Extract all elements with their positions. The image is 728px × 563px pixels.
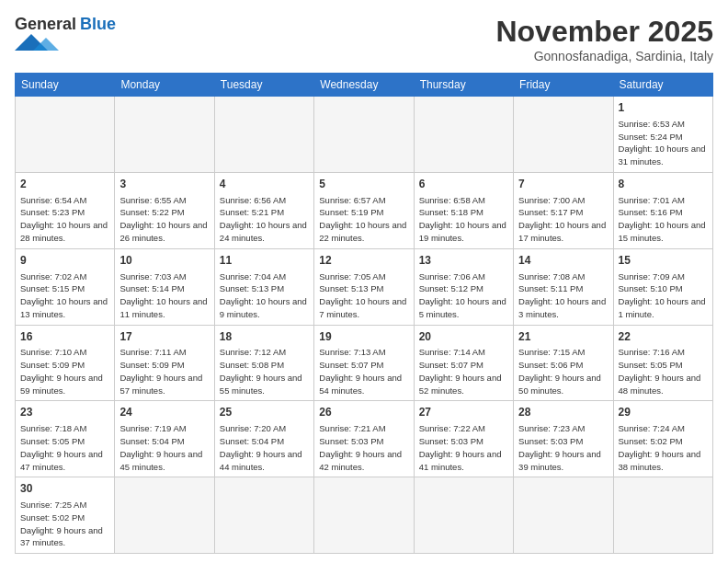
day-info: Sunrise: 7:14 AM Sunset: 5:07 PM Dayligh…: [419, 346, 508, 396]
calendar-cell: 18Sunrise: 7:12 AM Sunset: 5:08 PM Dayli…: [214, 325, 313, 401]
day-info: Sunrise: 7:01 AM Sunset: 5:16 PM Dayligh…: [619, 194, 708, 245]
calendar-cell: 25Sunrise: 7:20 AM Sunset: 5:04 PM Dayli…: [214, 401, 313, 477]
weekday-header-thursday: Thursday: [414, 74, 513, 97]
calendar-week-row: 1Sunrise: 6:53 AM Sunset: 5:24 PM Daylig…: [16, 97, 713, 173]
calendar-cell: 14Sunrise: 7:08 AM Sunset: 5:11 PM Dayli…: [514, 248, 613, 325]
day-number: 27: [419, 405, 508, 420]
day-number: 4: [220, 177, 309, 192]
day-number: 17: [119, 329, 209, 345]
calendar-cell: 20Sunrise: 7:14 AM Sunset: 5:07 PM Dayli…: [414, 325, 513, 401]
day-info: Sunrise: 7:03 AM Sunset: 5:14 PM Dayligh…: [119, 270, 209, 321]
calendar-cell: 28Sunrise: 7:23 AM Sunset: 5:03 PM Dayli…: [514, 401, 613, 477]
day-info: Sunrise: 6:58 AM Sunset: 5:18 PM Dayligh…: [419, 194, 508, 245]
calendar-cell: [314, 97, 414, 173]
calendar-week-row: 9Sunrise: 7:02 AM Sunset: 5:15 PM Daylig…: [16, 248, 713, 325]
weekday-header-saturday: Saturday: [613, 74, 712, 97]
day-number: 30: [20, 481, 109, 497]
day-number: 20: [419, 329, 508, 345]
day-number: 23: [20, 405, 109, 420]
calendar-cell: 21Sunrise: 7:15 AM Sunset: 5:06 PM Dayli…: [514, 325, 613, 401]
day-number: 11: [220, 253, 309, 269]
calendar-cell: 7Sunrise: 7:00 AM Sunset: 5:17 PM Daylig…: [514, 172, 613, 248]
day-number: 15: [619, 253, 708, 269]
logo-general-text: General: [15, 15, 76, 34]
day-number: 7: [518, 177, 608, 192]
day-number: 19: [319, 329, 408, 345]
calendar-cell: [214, 477, 313, 554]
day-number: 18: [220, 329, 309, 345]
calendar-cell: 3Sunrise: 6:55 AM Sunset: 5:22 PM Daylig…: [115, 172, 214, 248]
day-info: Sunrise: 7:21 AM Sunset: 5:03 PM Dayligh…: [319, 422, 408, 473]
calendar-cell: [613, 477, 712, 554]
day-info: Sunrise: 7:24 AM Sunset: 5:02 PM Dayligh…: [619, 422, 708, 473]
calendar-cell: 26Sunrise: 7:21 AM Sunset: 5:03 PM Dayli…: [314, 401, 414, 477]
day-info: Sunrise: 6:55 AM Sunset: 5:22 PM Dayligh…: [119, 194, 209, 245]
logo-icon: [15, 34, 61, 51]
day-number: 8: [619, 177, 708, 192]
day-info: Sunrise: 7:05 AM Sunset: 5:13 PM Dayligh…: [319, 270, 408, 321]
calendar-cell: [16, 97, 115, 173]
calendar-cell: 4Sunrise: 6:56 AM Sunset: 5:21 PM Daylig…: [214, 172, 313, 248]
day-info: Sunrise: 7:18 AM Sunset: 5:05 PM Dayligh…: [20, 422, 109, 473]
weekday-header-friday: Friday: [514, 74, 613, 97]
weekday-header-wednesday: Wednesday: [314, 74, 414, 97]
weekday-header-tuesday: Tuesday: [214, 74, 313, 97]
weekday-header-sunday: Sunday: [16, 74, 115, 97]
day-info: Sunrise: 7:12 AM Sunset: 5:08 PM Dayligh…: [220, 346, 309, 396]
day-info: Sunrise: 6:53 AM Sunset: 5:24 PM Dayligh…: [619, 118, 708, 168]
calendar-cell: 10Sunrise: 7:03 AM Sunset: 5:14 PM Dayli…: [115, 248, 214, 325]
calendar-cell: 11Sunrise: 7:04 AM Sunset: 5:13 PM Dayli…: [214, 248, 313, 325]
calendar-cell: 8Sunrise: 7:01 AM Sunset: 5:16 PM Daylig…: [613, 172, 712, 248]
day-number: 22: [619, 329, 708, 345]
calendar-cell: [314, 477, 414, 554]
calendar-cell: 15Sunrise: 7:09 AM Sunset: 5:10 PM Dayli…: [613, 248, 712, 325]
calendar-cell: [214, 97, 313, 173]
day-info: Sunrise: 7:08 AM Sunset: 5:11 PM Dayligh…: [518, 270, 608, 321]
calendar-week-row: 23Sunrise: 7:18 AM Sunset: 5:05 PM Dayli…: [16, 401, 713, 477]
calendar-week-row: 16Sunrise: 7:10 AM Sunset: 5:09 PM Dayli…: [16, 325, 713, 401]
weekday-header-monday: Monday: [115, 74, 214, 97]
day-number: 1: [619, 100, 708, 116]
calendar-cell: 1Sunrise: 6:53 AM Sunset: 5:24 PM Daylig…: [613, 97, 712, 173]
day-number: 14: [518, 253, 608, 269]
day-info: Sunrise: 6:54 AM Sunset: 5:23 PM Dayligh…: [20, 194, 109, 245]
calendar-cell: 24Sunrise: 7:19 AM Sunset: 5:04 PM Dayli…: [115, 401, 214, 477]
day-number: 3: [119, 177, 209, 192]
day-info: Sunrise: 7:13 AM Sunset: 5:07 PM Dayligh…: [319, 346, 408, 396]
day-number: 25: [220, 405, 309, 420]
calendar-cell: [514, 97, 613, 173]
day-number: 13: [419, 253, 508, 269]
month-title: November 2025: [495, 15, 713, 49]
calendar-cell: [514, 477, 613, 554]
day-number: 21: [518, 329, 608, 345]
calendar-cell: 6Sunrise: 6:58 AM Sunset: 5:18 PM Daylig…: [414, 172, 513, 248]
day-info: Sunrise: 7:15 AM Sunset: 5:06 PM Dayligh…: [518, 346, 608, 396]
day-number: 10: [119, 253, 209, 269]
day-number: 9: [20, 253, 109, 269]
calendar-cell: 9Sunrise: 7:02 AM Sunset: 5:15 PM Daylig…: [16, 248, 115, 325]
calendar-week-row: 2Sunrise: 6:54 AM Sunset: 5:23 PM Daylig…: [16, 172, 713, 248]
calendar-cell: 29Sunrise: 7:24 AM Sunset: 5:02 PM Dayli…: [613, 401, 712, 477]
calendar-cell: 30Sunrise: 7:25 AM Sunset: 5:02 PM Dayli…: [16, 477, 115, 554]
day-number: 6: [419, 177, 508, 192]
day-info: Sunrise: 7:02 AM Sunset: 5:15 PM Dayligh…: [20, 270, 109, 321]
calendar-table: SundayMondayTuesdayWednesdayThursdayFrid…: [15, 73, 713, 554]
day-info: Sunrise: 7:25 AM Sunset: 5:02 PM Dayligh…: [20, 499, 109, 549]
day-number: 2: [20, 177, 109, 192]
calendar-cell: 5Sunrise: 6:57 AM Sunset: 5:19 PM Daylig…: [314, 172, 414, 248]
day-info: Sunrise: 6:56 AM Sunset: 5:21 PM Dayligh…: [220, 194, 309, 245]
calendar-cell: [414, 477, 513, 554]
logo-blue-text: Blue: [80, 15, 116, 34]
calendar-cell: 17Sunrise: 7:11 AM Sunset: 5:09 PM Dayli…: [115, 325, 214, 401]
day-number: 5: [319, 177, 408, 192]
day-info: Sunrise: 7:19 AM Sunset: 5:04 PM Dayligh…: [119, 422, 209, 473]
day-info: Sunrise: 7:06 AM Sunset: 5:12 PM Dayligh…: [419, 270, 508, 321]
day-info: Sunrise: 7:20 AM Sunset: 5:04 PM Dayligh…: [220, 422, 309, 473]
day-info: Sunrise: 7:09 AM Sunset: 5:10 PM Dayligh…: [619, 270, 708, 321]
day-info: Sunrise: 6:57 AM Sunset: 5:19 PM Dayligh…: [319, 194, 408, 245]
day-info: Sunrise: 7:00 AM Sunset: 5:17 PM Dayligh…: [518, 194, 608, 245]
day-number: 26: [319, 405, 408, 420]
day-info: Sunrise: 7:10 AM Sunset: 5:09 PM Dayligh…: [20, 346, 109, 396]
page-header: General Blue November 2025 Gonnosfanadig…: [15, 15, 713, 63]
day-number: 16: [20, 329, 109, 345]
